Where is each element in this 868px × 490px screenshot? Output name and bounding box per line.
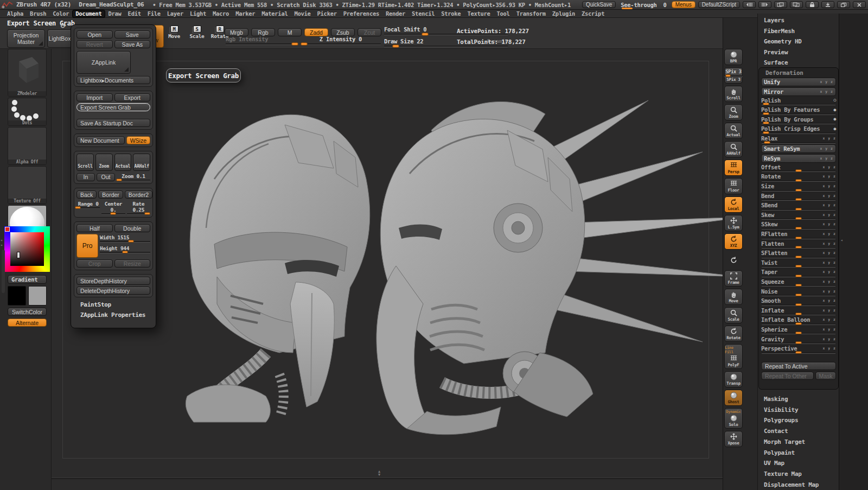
menu-item[interactable]: Material	[259, 10, 290, 17]
repeat-mask-button[interactable]: Mask	[815, 372, 836, 380]
reload-icon[interactable]: ⟳	[61, 22, 66, 30]
deformation-slider[interactable]: Flattenx y z	[761, 240, 836, 250]
shelf-button[interactable]: Local	[724, 196, 743, 213]
aahalf-button[interactable]: AAHalf	[133, 154, 150, 171]
deformation-slider[interactable]: Polish○	[761, 97, 836, 106]
restore-button[interactable]	[837, 1, 850, 8]
close-button[interactable]	[853, 1, 866, 8]
next-window-icon[interactable]	[790, 1, 803, 8]
zmodeler-brush-thumb[interactable]: ZModeler	[8, 49, 47, 97]
tool-section-header[interactable]: Visibility	[764, 405, 819, 416]
zoom-in-button[interactable]: In	[76, 173, 95, 181]
z-intensity-slider[interactable]: Z Intensity 0	[301, 36, 381, 45]
rgb-intensity-slider[interactable]: Rgb Intensity	[226, 36, 297, 45]
deformation-slider[interactable]: Polish By Groups●	[761, 116, 836, 125]
repeat-to-active-button[interactable]: Repeat To Active	[761, 362, 836, 370]
tool-section-header[interactable]: Contact	[764, 426, 819, 437]
paint-mode-button[interactable]: Zcut	[358, 28, 381, 36]
menus-toggle-button[interactable]: Menus	[672, 1, 695, 8]
shelf-button[interactable]	[724, 252, 743, 268]
secondary-color-swatch[interactable]	[28, 286, 47, 306]
shelf-button[interactable]: Persp	[724, 160, 743, 176]
main-color-swatch[interactable]	[8, 286, 26, 306]
zapplink-button[interactable]: ZAppLink	[76, 51, 131, 74]
deformation-header[interactable]: Deformation	[765, 69, 836, 77]
resize-button[interactable]: Resize	[114, 259, 151, 268]
deformation-slider[interactable]: Taperx y z	[761, 269, 836, 278]
actual-size-button[interactable]: Actual	[114, 154, 132, 171]
save-as-button[interactable]: Save As	[114, 40, 151, 48]
deformation-slider[interactable]: Spherizex y z	[761, 326, 836, 335]
tool-section-header[interactable]: Geometry HD	[764, 36, 802, 47]
deformation-slider[interactable]: SSkewx y z	[761, 221, 836, 231]
deformation-slider[interactable]: Squeezex y z	[761, 278, 836, 288]
shelf-button[interactable]: L.Sym	[724, 215, 743, 231]
export-screen-grab-button[interactable]: Export Screen Grab	[76, 103, 150, 111]
save-as-startup-doc-button[interactable]: Save As Startup Doc	[76, 119, 150, 127]
tool-section-header[interactable]: Layers	[764, 15, 802, 26]
deformation-slider[interactable]: Gravityx y z	[761, 335, 836, 345]
delete-depth-history-button[interactable]: DeleteDepthHistory	[76, 287, 150, 295]
color-picker[interactable]	[4, 226, 50, 272]
menu-item[interactable]: Document	[73, 10, 104, 17]
menu-item[interactable]: Marker	[233, 10, 258, 17]
shelf-button[interactable]: Ghost	[724, 390, 743, 406]
deformation-button[interactable]: Smart ReSymx y z	[761, 144, 836, 153]
paint-mode-button[interactable]: Zsub	[331, 28, 355, 36]
wsize-button[interactable]: WSize	[126, 136, 150, 144]
double-button[interactable]: Double	[114, 224, 151, 232]
tool-section-header[interactable]: Masking	[764, 394, 819, 405]
menu-item[interactable]: File	[145, 10, 163, 17]
deformation-slider[interactable]: Polish By Features●	[761, 106, 836, 116]
zapplink-properties-item[interactable]: ZAppLink Properties	[80, 311, 153, 319]
stroke-thumb[interactable]: Dots	[8, 98, 47, 126]
dock-left-icon[interactable]	[743, 1, 756, 8]
deformation-button[interactable]: Unifyx y z	[761, 78, 836, 86]
shelf-button[interactable]: Scale	[724, 307, 743, 323]
deformation-slider[interactable]: Noisex y z	[761, 288, 836, 297]
tool-section-header[interactable]: Displacement Map	[764, 480, 819, 490]
menu-item[interactable]: Stroke	[438, 10, 463, 17]
menu-item[interactable]: Picker	[315, 10, 340, 17]
left-tray-collapse-arrows[interactable]: ▸▸	[1, 238, 3, 247]
deformation-slider[interactable]: Twistx y z	[761, 259, 836, 269]
deformation-slider[interactable]: RFlattenx y z	[761, 231, 836, 240]
shelf-button[interactable]: Line Fill PolyF	[724, 344, 743, 369]
prev-window-icon[interactable]	[774, 1, 787, 8]
shelf-button[interactable]: Dynamic Solo	[724, 408, 743, 429]
paintstop-item[interactable]: PaintStop	[80, 301, 153, 308]
deformation-slider[interactable]: SBendx y z	[761, 202, 836, 212]
border-button[interactable]: Border	[98, 190, 123, 199]
deformation-slider[interactable]: Skewx y z	[761, 211, 836, 221]
minimize-button[interactable]	[821, 1, 834, 8]
deformation-slider[interactable]: Inflatex y z	[761, 307, 836, 316]
tool-section-header[interactable]: FiberMesh	[764, 26, 802, 37]
saturation-value-square[interactable]	[10, 232, 44, 266]
repeat-to-other-button[interactable]: Repeat To Other	[761, 372, 814, 380]
paint-mode-button[interactable]: Rgb	[251, 28, 275, 36]
deformation-button[interactable]: Mirrorx y z	[761, 87, 836, 96]
menu-item[interactable]: Tool	[494, 10, 513, 17]
deformation-slider[interactable]: Rotatex y z	[761, 173, 836, 183]
menu-item[interactable]: Transform	[514, 10, 548, 17]
store-depth-history-button[interactable]: StoreDepthHistory	[76, 277, 150, 285]
lightbox-documents-button[interactable]: Lightbox▸Documents	[76, 76, 150, 84]
lightbox-button[interactable]: LightBox	[47, 29, 72, 48]
menu-item[interactable]: Alpha	[4, 10, 26, 17]
switchcolor-button[interactable]: SwitchColor	[8, 308, 47, 316]
deformation-slider[interactable]: Relaxx y z	[761, 135, 836, 145]
export-button[interactable]: Export	[114, 93, 151, 101]
deformation-slider[interactable]: SFlattenx y z	[761, 250, 836, 259]
height-slider[interactable]: Height 944	[100, 245, 150, 253]
gradient-toggle[interactable]: Gradient	[8, 275, 47, 284]
menu-item[interactable]: Light	[187, 10, 209, 17]
new-document-button[interactable]: New Document	[76, 136, 125, 144]
left-tray-scrollbar[interactable]	[2, 250, 5, 293]
paint-mode-button[interactable]: M	[278, 28, 302, 36]
menu-item[interactable]: Color	[50, 10, 72, 17]
revert-button[interactable]: Revert	[76, 40, 113, 48]
quicksave-button[interactable]: QuickSave	[582, 1, 616, 8]
defaultzscript-button[interactable]: DefaultZScript	[698, 1, 740, 8]
seethrough-slider[interactable]: See-through 0	[618, 2, 668, 8]
deformation-slider[interactable]: Bendx y z	[761, 192, 836, 202]
